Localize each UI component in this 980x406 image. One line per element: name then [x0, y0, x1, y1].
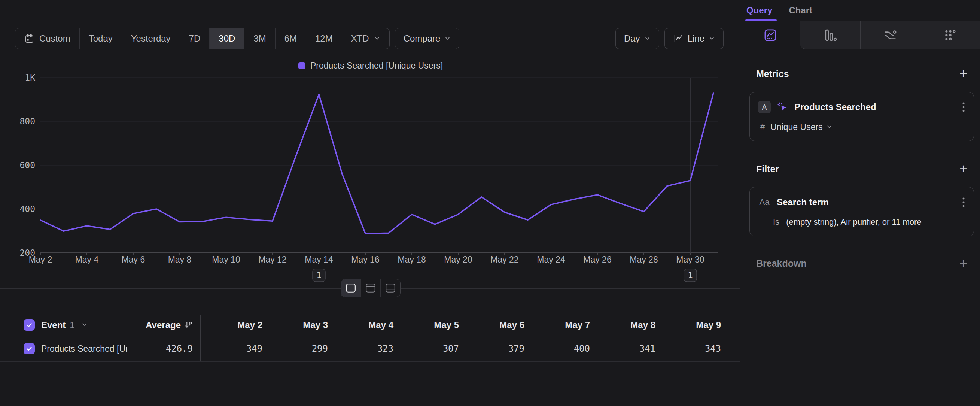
column-header-may-9[interactable]: May 9	[659, 320, 725, 330]
date-range-yesterday[interactable]: Yesterday	[122, 29, 180, 49]
flows-icon	[883, 29, 897, 42]
table-header-row: Event 1 Average May 2May 3May 4M	[0, 315, 740, 336]
metric-measure-row: # Unique Users	[758, 121, 966, 133]
x-tick-label: May 22	[490, 255, 519, 264]
column-header-may-2[interactable]: May 2	[200, 320, 266, 330]
toolbar-left: CustomTodayYesterday7D30D3M6M12MXTD Comp…	[15, 28, 459, 49]
tab-insights[interactable]	[740, 21, 800, 49]
tab-retention[interactable]	[921, 21, 980, 49]
date-values-row: 349299323307379400341343	[200, 336, 725, 361]
metrics-section-header: Metrics +	[749, 62, 974, 85]
event-click-icon	[777, 102, 788, 113]
measure-selector[interactable]: Unique Users	[770, 122, 832, 132]
measure-label: Unique Users	[770, 122, 822, 132]
tab-flows[interactable]	[861, 21, 921, 49]
sort-icon[interactable]	[184, 321, 193, 330]
view-toggle-table-only[interactable]	[381, 279, 400, 297]
tab-funnels[interactable]	[800, 21, 860, 49]
date-range-today[interactable]: Today	[80, 29, 122, 49]
x-tick-label: May 28	[630, 255, 658, 264]
chevron-down-icon	[826, 122, 832, 132]
app-root: CustomTodayYesterday7D30D3M6M12MXTD Comp…	[0, 0, 980, 406]
breakdown-table: Event 1 Average May 2May 3May 4M	[0, 315, 740, 362]
granularity-button[interactable]: Day	[616, 28, 659, 49]
column-header-may-3[interactable]: May 3	[266, 320, 332, 330]
add-breakdown-button[interactable]: +	[959, 256, 967, 270]
view-toggle	[340, 279, 401, 297]
annotation-badge-label: 1	[316, 271, 321, 280]
x-tick-label: May 30	[676, 255, 704, 264]
event-header-cell: Event 1	[0, 315, 127, 336]
chevron-down-icon	[374, 33, 380, 44]
average-header-label: Average	[146, 320, 181, 330]
date-range-30d[interactable]: 30D	[210, 29, 245, 49]
add-metric-button[interactable]: +	[959, 67, 967, 81]
x-tick-label: May 20	[444, 255, 472, 264]
tab-query[interactable]: Query	[746, 0, 772, 21]
query-sidebar: Query Chart	[740, 0, 980, 406]
kebab-menu-icon[interactable]	[962, 197, 966, 208]
metric-card[interactable]: A Products Searched # Unique	[749, 92, 974, 141]
kebab-menu-icon[interactable]	[962, 102, 966, 113]
table-row: Products Searched [Un... 426.9 349299323…	[0, 336, 740, 362]
average-header-cell[interactable]: Average	[127, 315, 200, 336]
column-header-may-5[interactable]: May 5	[397, 320, 463, 330]
metric-letter-badge: A	[758, 101, 771, 113]
select-all-checkbox[interactable]	[24, 320, 35, 331]
column-header-may-7[interactable]: May 7	[528, 320, 594, 330]
line-chart[interactable]: 2004006008001KMay 2May 4May 6May 8May 10…	[15, 71, 726, 288]
average-value-cell: 426.9	[127, 336, 200, 361]
view-toggle-split[interactable]	[341, 279, 361, 297]
column-header-may-6[interactable]: May 6	[463, 320, 528, 330]
x-tick-label: May 14	[305, 255, 333, 264]
string-type-icon: Aa	[758, 197, 771, 207]
cell-may-3: 299	[266, 344, 332, 354]
number-symbol: #	[760, 122, 765, 132]
add-filter-button[interactable]: +	[959, 162, 967, 176]
event-name-cell: Products Searched [Un...	[0, 336, 127, 361]
filter-operator[interactable]: Is	[773, 217, 780, 227]
chevron-down-icon	[444, 33, 451, 44]
cell-may-7: 400	[528, 344, 594, 354]
date-range-3m[interactable]: 3M	[245, 29, 275, 49]
filter-property-name[interactable]: Search term	[777, 197, 956, 207]
tab-chart[interactable]: Chart	[789, 0, 812, 21]
metric-event-name[interactable]: Products Searched	[794, 102, 956, 112]
cell-may-4: 323	[332, 344, 397, 354]
metrics-heading: Metrics	[756, 68, 789, 80]
chevron-down-icon	[644, 33, 651, 44]
x-tick-label: May 6	[122, 255, 145, 264]
date-range-xtd[interactable]: XTD	[342, 29, 389, 49]
compare-label: Compare	[404, 33, 441, 44]
event-header-label: Event	[41, 320, 65, 330]
column-header-may-8[interactable]: May 8	[594, 320, 659, 330]
legend-swatch	[298, 62, 305, 69]
date-range-custom[interactable]: Custom	[15, 29, 80, 49]
toolbar: CustomTodayYesterday7D30D3M6M12MXTD Comp…	[15, 28, 724, 49]
compare-button[interactable]: Compare	[395, 28, 460, 49]
date-range-6m[interactable]: 6M	[275, 29, 306, 49]
main-panel: CustomTodayYesterday7D30D3M6M12MXTD Comp…	[0, 0, 740, 406]
cell-may-8: 341	[594, 344, 659, 354]
insights-icon	[764, 29, 777, 42]
x-tick-label: May 8	[168, 255, 192, 264]
view-toggle-chart-only[interactable]	[361, 279, 381, 297]
series-line[interactable]	[40, 93, 713, 234]
cell-may-9: 343	[659, 344, 725, 354]
chart-only-icon	[365, 283, 376, 293]
report-type-tabs	[740, 21, 980, 49]
date-range-12m[interactable]: 12M	[306, 29, 342, 49]
chevron-down-icon[interactable]	[81, 322, 88, 329]
chart-type-button[interactable]: Line	[665, 28, 724, 49]
filter-value[interactable]: (empty string), Air purifier, or 11 more	[786, 217, 922, 227]
x-tick-label: May 2	[29, 255, 52, 264]
column-header-may-4[interactable]: May 4	[332, 320, 397, 330]
toolbar-right: Day Line	[616, 28, 724, 49]
filter-card[interactable]: Aa Search term Is (empty string), Air pu…	[749, 187, 974, 236]
table-only-icon	[385, 283, 396, 293]
x-tick-label: May 12	[258, 255, 286, 264]
funnels-icon	[824, 29, 837, 42]
date-range-7d[interactable]: 7D	[180, 29, 210, 49]
granularity-label: Day	[624, 33, 640, 44]
event-row-checkbox[interactable]	[24, 343, 35, 354]
